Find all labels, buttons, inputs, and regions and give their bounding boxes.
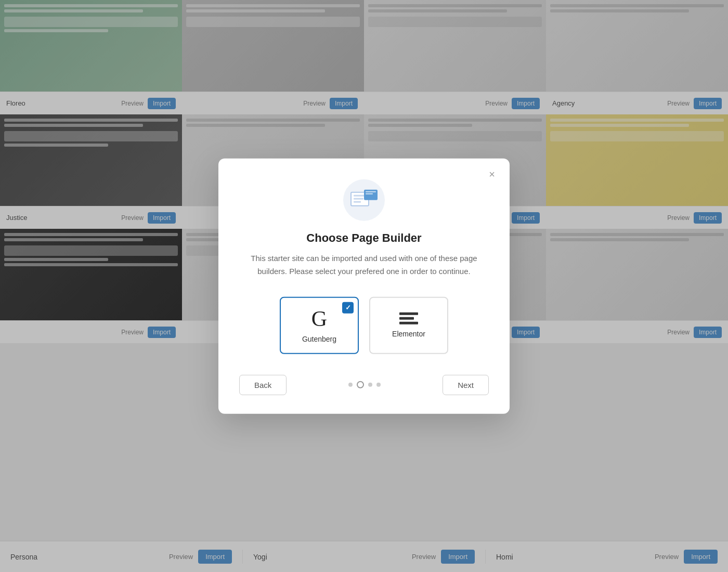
elementor-label: Elementor: [392, 330, 425, 338]
next-button[interactable]: Next: [443, 374, 489, 395]
back-button[interactable]: Back: [239, 374, 287, 395]
modal-description: This starter site can be imported and us…: [239, 252, 489, 278]
modal-footer: Back Next: [239, 374, 489, 395]
elementor-icon: [399, 313, 418, 324]
elementor-bar-3: [399, 322, 418, 324]
choose-page-builder-modal: × Choose Page Builder This starter site …: [218, 159, 510, 414]
page-icon-overlay: [364, 190, 378, 200]
elementor-bar-2: [399, 317, 414, 320]
gutenberg-option[interactable]: ✓ G Gutenberg: [280, 296, 359, 354]
dot-2-active: [357, 381, 364, 388]
pagination-dots: [348, 381, 381, 388]
dot-3: [368, 383, 372, 387]
modal-icon-circle: [343, 179, 385, 221]
elementor-option[interactable]: Elementor: [369, 296, 448, 354]
modal-close-button[interactable]: ×: [485, 167, 499, 181]
modal-title: Choose Page Builder: [239, 231, 489, 245]
gutenberg-checkmark: ✓: [342, 302, 354, 313]
dot-4: [376, 383, 381, 387]
page-builder-icon: [350, 190, 378, 211]
elementor-bar-1: [399, 313, 418, 315]
dot-1: [348, 383, 353, 387]
modal-icon-area: [239, 179, 489, 221]
gutenberg-icon: G: [311, 307, 327, 329]
gutenberg-label: Gutenberg: [302, 334, 336, 343]
builder-options-container: ✓ G Gutenberg Elementor: [239, 296, 489, 354]
